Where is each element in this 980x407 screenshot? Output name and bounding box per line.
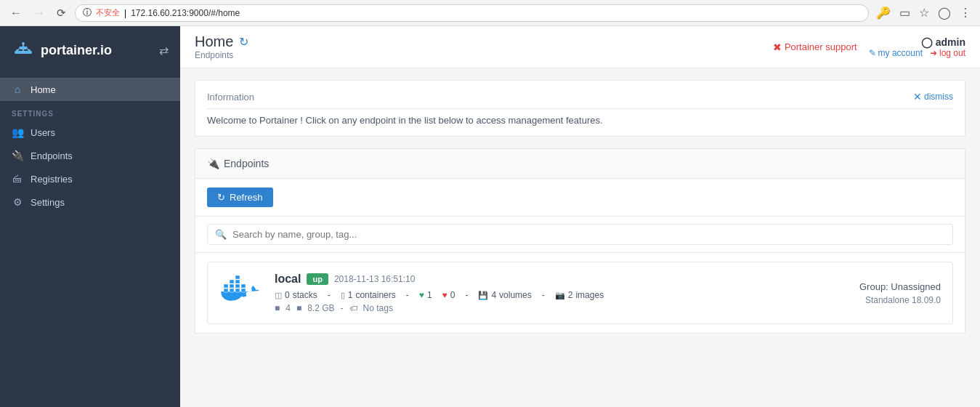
dismiss-label: dismiss <box>924 92 953 102</box>
images-label: images <box>575 290 604 300</box>
healthy-heart-icon: ♥ <box>419 290 424 300</box>
endpoint-date: 2018-11-13 16:51:10 <box>334 274 415 284</box>
sidebar: portainer.io ⇄ ⌂ Home SETTINGS 👥 Users 🔌… <box>0 26 180 407</box>
endpoint-card-local[interactable]: local up 2018-11-13 16:51:10 ◫ 0 stacks … <box>207 262 953 324</box>
endpoints-section-title: Endpoints <box>224 158 269 169</box>
browser-actions: 🔑 ▭ ☆ ◯ ⋮ <box>875 4 973 21</box>
app-container: portainer.io ⇄ ⌂ Home SETTINGS 👥 Users 🔌… <box>0 26 980 407</box>
endpoint-stats: ◫ 0 stacks - ▯ 1 containers - <box>275 290 848 300</box>
sidebar-item-settings[interactable]: ⚙ Settings <box>0 190 180 214</box>
log-out-link[interactable]: ➜ log out <box>930 48 965 58</box>
star-icon-button[interactable]: ☆ <box>918 4 931 21</box>
url-text: 172.16.60.213:9000/#/home <box>131 8 240 18</box>
admin-icon: ◯ <box>921 36 933 48</box>
divider-2: - <box>406 290 409 300</box>
back-button[interactable]: ← <box>7 5 25 21</box>
sidebar-item-registries[interactable]: 🖮 Registries <box>0 167 180 190</box>
main-header: Home ↻ Endpoints ✖ Portainer support ◯ a… <box>180 26 980 68</box>
header-refresh-icon[interactable]: ↻ <box>239 35 248 49</box>
unhealthy-heart-icon: ♥ <box>442 290 448 300</box>
logo-text: portainer.io <box>41 43 112 58</box>
sidebar-item-users-label: Users <box>31 127 55 138</box>
tags-text: No tags <box>363 303 393 313</box>
page-title-text: Home <box>195 33 233 50</box>
screen-icon-button[interactable]: ▭ <box>898 4 912 21</box>
sidebar-item-home[interactable]: ⌂ Home <box>0 78 180 101</box>
admin-name-text: admin <box>936 36 965 48</box>
cpu-count: 4 <box>286 303 291 313</box>
log-out-icon: ➜ <box>930 48 937 58</box>
security-label: 不安全 <box>96 7 120 18</box>
sidebar-settings-section: SETTINGS <box>0 101 180 121</box>
status-badge: up <box>307 273 328 285</box>
my-account-label: my account <box>878 48 923 58</box>
search-icon: 🔍 <box>215 229 227 240</box>
volumes-stat: 💾 4 volumes <box>478 290 531 300</box>
svg-rect-11 <box>235 280 240 283</box>
home-icon: ⌂ <box>12 84 23 95</box>
key-icon-button[interactable]: 🔑 <box>875 4 892 21</box>
group-label: Group: Unassigned <box>859 281 941 292</box>
endpoints-section-header: 🔌 Endpoints <box>195 149 965 179</box>
sidebar-item-home-label: Home <box>31 84 56 95</box>
content-area: Information ✕ dismiss Welcome to Portain… <box>180 68 980 407</box>
users-icon: 👥 <box>12 126 23 138</box>
containers-label: containers <box>355 290 395 300</box>
svg-rect-15 <box>235 289 240 292</box>
toggle-sidebar-icon[interactable]: ⇄ <box>159 44 169 57</box>
info-icon: ⓘ <box>83 7 92 19</box>
svg-rect-14 <box>230 289 234 292</box>
endpoints-toolbar: ↻ Refresh <box>195 179 965 217</box>
volumes-icon: 💾 <box>478 291 488 300</box>
divider-1: - <box>328 290 331 300</box>
memory-value: 8.2 GB <box>307 303 334 313</box>
stacks-count: 0 <box>285 290 290 300</box>
endpoints-section: 🔌 Endpoints ↻ Refresh 🔍 <box>195 148 965 334</box>
divider-3: - <box>465 290 468 300</box>
tags-separator: - <box>341 303 344 313</box>
address-bar[interactable]: ⓘ 不安全 | 172.16.60.213:9000/#/home <box>75 4 869 22</box>
svg-rect-12 <box>235 275 240 279</box>
forward-button[interactable]: → <box>31 5 48 21</box>
standalone-label: Standalone 18.09.0 <box>859 295 941 305</box>
my-account-link[interactable]: ✎ my account <box>869 48 923 58</box>
info-box-title: Information <box>207 92 254 102</box>
endpoint-name-row: local up 2018-11-13 16:51:10 <box>275 273 848 286</box>
logo-icon <box>12 36 35 65</box>
svg-rect-8 <box>235 284 240 288</box>
account-icon-button[interactable]: ◯ <box>936 4 952 21</box>
reload-button[interactable]: ⟳ <box>54 5 69 21</box>
endpoint-group: Group: Unassigned Standalone 18.09.0 <box>859 281 941 305</box>
header-right: ✖ Portainer support ◯ admin ✎ my account <box>773 36 965 58</box>
search-input-wrap[interactable]: 🔍 <box>207 224 953 245</box>
refresh-button[interactable]: ↻ Refresh <box>207 188 273 207</box>
containers-stat: ▯ 1 containers <box>341 290 396 300</box>
sidebar-item-registries-label: Registries <box>31 174 73 185</box>
endpoint-name: local <box>275 273 301 286</box>
page-title: Home ↻ <box>195 33 248 50</box>
admin-name: ◯ admin <box>921 36 965 48</box>
sidebar-item-endpoints[interactable]: 🔌 Endpoints <box>0 144 180 167</box>
dismiss-x-icon: ✕ <box>913 91 922 102</box>
volumes-label: volumes <box>499 290 532 300</box>
healthy-stat: ♥ 1 <box>419 290 432 300</box>
sidebar-item-settings-label: Settings <box>31 197 65 208</box>
sidebar-item-users[interactable]: 👥 Users <box>0 121 180 144</box>
svg-rect-16 <box>241 289 246 292</box>
sidebar-nav: ⌂ Home SETTINGS 👥 Users 🔌 Endpoints 🖮 Re… <box>0 75 180 407</box>
settings-icon: ⚙ <box>12 196 23 208</box>
svg-rect-7 <box>230 284 234 288</box>
cpu-icon: ■ <box>275 303 280 313</box>
docker-logo <box>219 275 263 311</box>
menu-icon-button[interactable]: ⋮ <box>958 4 973 21</box>
svg-line-5 <box>28 49 31 51</box>
page-subtitle: Endpoints <box>195 50 248 60</box>
browser-chrome: ← → ⟳ ⓘ 不安全 | 172.16.60.213:9000/#/home … <box>0 0 980 26</box>
stacks-label: stacks <box>293 290 317 300</box>
search-input[interactable] <box>232 229 945 240</box>
refresh-btn-label: Refresh <box>230 192 263 203</box>
portainer-support-link[interactable]: ✖ Portainer support <box>773 41 857 53</box>
header-left: Home ↻ Endpoints <box>195 33 248 60</box>
dismiss-button[interactable]: ✕ dismiss <box>913 91 953 102</box>
divider-4: - <box>542 290 545 300</box>
